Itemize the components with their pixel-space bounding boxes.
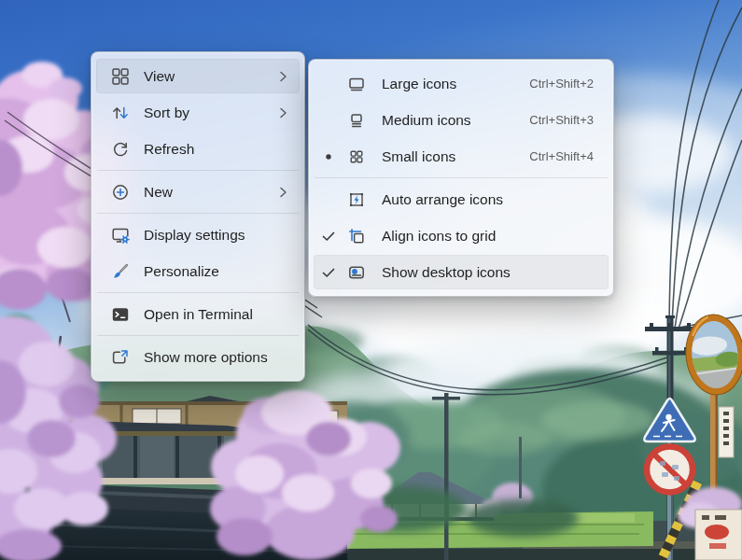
desktop: View Sort by Refresh New bbox=[0, 0, 742, 560]
refresh-icon bbox=[111, 140, 130, 159]
menu-separator bbox=[97, 170, 299, 171]
radio-selected-indicator bbox=[319, 147, 338, 166]
desktop-context-menu: View Sort by Refresh New bbox=[91, 51, 305, 382]
show-desktop-icon bbox=[347, 263, 366, 282]
terminal-icon bbox=[111, 305, 130, 324]
check-indicator-empty bbox=[319, 190, 338, 209]
submenu-item-label: Align icons to grid bbox=[382, 228, 594, 245]
submenu-item-auto-arrange-icons[interactable]: Auto arrange icons bbox=[314, 182, 609, 217]
menu-item-label: Open in Terminal bbox=[144, 306, 290, 323]
submenu-item-large-icons[interactable]: Large icons Ctrl+Shift+2 bbox=[314, 66, 609, 101]
medium-icons-icon bbox=[347, 111, 366, 130]
menu-separator bbox=[97, 335, 299, 336]
menu-item-label: Personalize bbox=[144, 263, 290, 280]
menu-separator bbox=[97, 292, 299, 293]
menu-separator bbox=[97, 213, 299, 214]
check-indicator bbox=[319, 227, 338, 245]
submenu-item-align-icons-to-grid[interactable]: Align icons to grid bbox=[314, 218, 609, 253]
submenu-item-small-icons[interactable]: Small icons Ctrl+Shift+4 bbox=[314, 139, 609, 174]
checkmark-icon bbox=[320, 228, 337, 245]
radio-indicator-empty bbox=[319, 111, 338, 130]
checkmark-icon bbox=[320, 264, 337, 281]
large-icons-icon bbox=[347, 75, 366, 93]
menu-item-label: Refresh bbox=[144, 141, 290, 158]
submenu-chevron-icon bbox=[275, 105, 290, 120]
radio-indicator-empty bbox=[319, 75, 338, 93]
menu-item-sort-by[interactable]: Sort by bbox=[96, 95, 300, 130]
menu-item-refresh[interactable]: Refresh bbox=[96, 132, 300, 166]
check-indicator bbox=[319, 263, 338, 282]
submenu-item-show-desktop-icons[interactable]: Show desktop icons bbox=[314, 255, 609, 289]
menu-item-label: Show more options bbox=[144, 349, 290, 366]
submenu-chevron-icon bbox=[275, 185, 290, 200]
grid-view-icon bbox=[111, 67, 130, 86]
menu-item-show-more-options[interactable]: Show more options bbox=[96, 340, 300, 374]
submenu-item-label: Show desktop icons bbox=[382, 264, 594, 281]
radio-dot-icon bbox=[320, 148, 337, 165]
expand-arrow-icon bbox=[111, 348, 130, 367]
menu-item-label: Sort by bbox=[144, 105, 275, 121]
shortcut-label: Ctrl+Shift+4 bbox=[529, 149, 594, 163]
paintbrush-icon bbox=[111, 262, 130, 281]
shortcut-label: Ctrl+Shift+3 bbox=[529, 113, 594, 127]
submenu-item-label: Small icons bbox=[382, 148, 518, 165]
shortcut-label: Ctrl+Shift+2 bbox=[529, 77, 594, 91]
submenu-chevron-icon bbox=[275, 69, 290, 84]
submenu-item-label: Large icons bbox=[382, 76, 518, 92]
no-parking-sign bbox=[647, 447, 693, 493]
align-grid-icon bbox=[347, 227, 366, 245]
menu-item-label: View bbox=[144, 68, 275, 85]
menu-separator bbox=[315, 177, 608, 178]
view-submenu: Large icons Ctrl+Shift+2 Medium icons Ct… bbox=[308, 59, 614, 297]
sort-arrows-icon bbox=[111, 104, 130, 122]
menu-item-label: New bbox=[144, 184, 275, 201]
menu-item-personalize[interactable]: Personalize bbox=[96, 254, 300, 288]
small-icons-icon bbox=[347, 147, 366, 166]
menu-item-view[interactable]: View bbox=[96, 59, 300, 93]
menu-item-new[interactable]: New bbox=[96, 175, 300, 209]
plus-circle-icon bbox=[111, 183, 130, 202]
submenu-item-medium-icons[interactable]: Medium icons Ctrl+Shift+3 bbox=[314, 103, 609, 137]
auto-arrange-icon bbox=[347, 190, 366, 209]
display-gear-icon bbox=[111, 226, 130, 245]
submenu-item-label: Medium icons bbox=[382, 112, 518, 129]
submenu-item-label: Auto arrange icons bbox=[382, 191, 594, 208]
menu-item-label: Display settings bbox=[144, 227, 290, 244]
menu-item-display-settings[interactable]: Display settings bbox=[96, 217, 300, 252]
menu-item-open-in-terminal[interactable]: Open in Terminal bbox=[96, 297, 300, 331]
